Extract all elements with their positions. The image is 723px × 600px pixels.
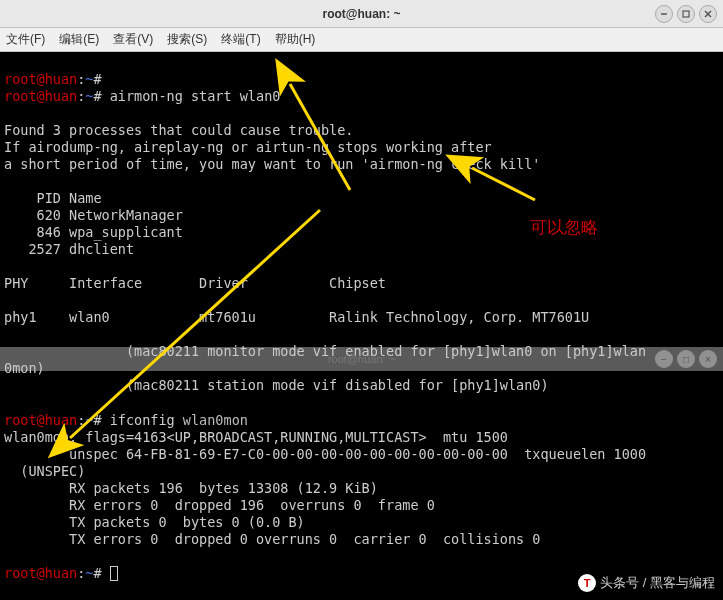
close-button[interactable] bbox=[699, 5, 717, 23]
menubar: 文件(F) 编辑(E) 查看(V) 搜索(S) 终端(T) 帮助(H) bbox=[0, 28, 723, 52]
window-controls bbox=[655, 5, 717, 23]
terminal-output-top[interactable]: root@huan:~# root@huan:~# airmon-ng star… bbox=[0, 52, 723, 393]
maximize-button[interactable] bbox=[677, 5, 695, 23]
menu-search[interactable]: 搜索(S) bbox=[167, 31, 207, 48]
svg-rect-1 bbox=[683, 11, 689, 17]
menu-help[interactable]: 帮助(H) bbox=[275, 31, 316, 48]
window-title: root@huan: ~ bbox=[322, 7, 400, 21]
terminal-output-bottom[interactable]: root@huan:~# ifconfig wlan0mon wlan0mon:… bbox=[0, 393, 723, 584]
minimize-button[interactable] bbox=[655, 5, 673, 23]
maximize-button-back[interactable]: □ bbox=[677, 350, 695, 368]
menu-file[interactable]: 文件(F) bbox=[6, 31, 45, 48]
minimize-button-back[interactable]: − bbox=[655, 350, 673, 368]
command-ifconfig: ifconfig bbox=[110, 412, 183, 428]
menu-view[interactable]: 查看(V) bbox=[113, 31, 153, 48]
close-button-back[interactable]: × bbox=[699, 350, 717, 368]
menu-edit[interactable]: 编辑(E) bbox=[59, 31, 99, 48]
window-titlebar-back: root@huan: ~ − □ × bbox=[0, 347, 723, 371]
command-airmon: airmon-ng start wlan0 bbox=[110, 88, 281, 104]
window-title-back: root@huan: ~ bbox=[328, 353, 395, 365]
window-titlebar: root@huan: ~ bbox=[0, 0, 723, 28]
menu-terminal[interactable]: 终端(T) bbox=[221, 31, 260, 48]
cursor bbox=[110, 566, 118, 581]
